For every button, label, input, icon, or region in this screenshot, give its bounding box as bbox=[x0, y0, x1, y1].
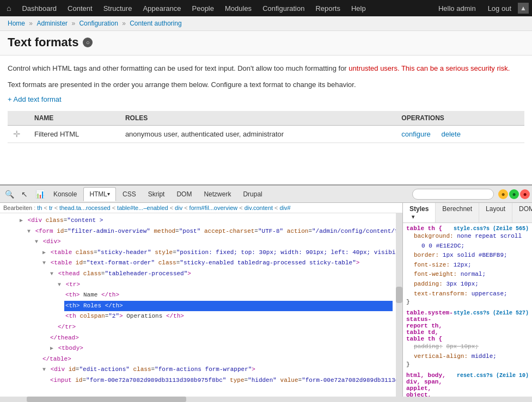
table-header: NAME ROLES OPERATIONS bbox=[8, 111, 524, 126]
configure-link[interactable]: configure bbox=[401, 130, 430, 138]
breadcrumb-content-authoring[interactable]: Content authoring bbox=[130, 20, 181, 27]
nav-right: Hello admin Log out ▲ bbox=[433, 2, 529, 15]
description-2: Text formats are presented in the order … bbox=[8, 79, 524, 90]
nav-item-configuration[interactable]: Configuration bbox=[257, 2, 310, 15]
nav-item-content[interactable]: Content bbox=[62, 2, 98, 15]
add-text-format-link[interactable]: + Add text format bbox=[8, 95, 62, 103]
breadcrumb: Home » Administer » Configuration » Cont… bbox=[0, 16, 532, 31]
top-navigation: ⌂ Dashboard Content Structure Appearance… bbox=[0, 0, 532, 16]
nav-item-structure[interactable]: Structure bbox=[98, 2, 138, 15]
table-row: ✛ Filtered HTML anonymous user, authenti… bbox=[8, 126, 524, 143]
col-name bbox=[8, 111, 29, 126]
page-header: Text formats ○ bbox=[0, 31, 532, 55]
breadcrumb-home[interactable]: Home bbox=[8, 20, 25, 27]
col-roles: ROLES bbox=[120, 111, 396, 126]
nav-item-help[interactable]: Help bbox=[346, 2, 371, 15]
nav-item-dashboard[interactable]: Dashboard bbox=[16, 2, 62, 15]
format-operations: configure delete bbox=[396, 126, 524, 143]
drag-handle-cell: ✛ bbox=[8, 126, 29, 143]
main-content: Control which HTML tags and other format… bbox=[0, 55, 532, 143]
drag-handle[interactable]: ✛ bbox=[13, 129, 20, 139]
page-title: Text formats bbox=[8, 35, 78, 50]
breadcrumb-configuration[interactable]: Configuration bbox=[79, 20, 118, 27]
col-name-label: NAME bbox=[29, 111, 120, 126]
nav-item-reports[interactable]: Reports bbox=[310, 2, 346, 15]
breadcrumb-administer[interactable]: Administer bbox=[36, 20, 68, 27]
nav-item-appearance[interactable]: Appearance bbox=[137, 2, 186, 15]
description-1: Control which HTML tags and other format… bbox=[8, 63, 524, 74]
format-roles: anonymous user, authenticated user, admi… bbox=[120, 126, 396, 143]
format-name: Filtered HTML bbox=[29, 126, 120, 143]
nav-hello: Hello admin bbox=[433, 2, 481, 15]
formats-table: NAME ROLES OPERATIONS ✛ Filtered HTML an… bbox=[8, 111, 524, 143]
home-icon[interactable]: ⌂ bbox=[3, 2, 14, 15]
breadcrumb-sep3: » bbox=[122, 20, 127, 27]
col-operations: OPERATIONS bbox=[396, 111, 524, 126]
delete-link[interactable]: delete bbox=[441, 130, 460, 138]
help-icon[interactable]: ○ bbox=[83, 38, 93, 47]
table-header-row: NAME ROLES OPERATIONS bbox=[8, 111, 524, 126]
table-body: ✛ Filtered HTML anonymous user, authenti… bbox=[8, 126, 524, 143]
nav-item-modules[interactable]: Modules bbox=[219, 2, 257, 15]
breadcrumb-sep1: » bbox=[29, 20, 34, 27]
nav-logout[interactable]: Log out bbox=[482, 2, 517, 15]
breadcrumb-sep2: » bbox=[71, 20, 77, 27]
nav-expand-button[interactable]: ▲ bbox=[518, 3, 529, 14]
nav-item-people[interactable]: People bbox=[187, 2, 219, 15]
warning-text: untrusted users. This can be a serious s… bbox=[348, 64, 510, 72]
